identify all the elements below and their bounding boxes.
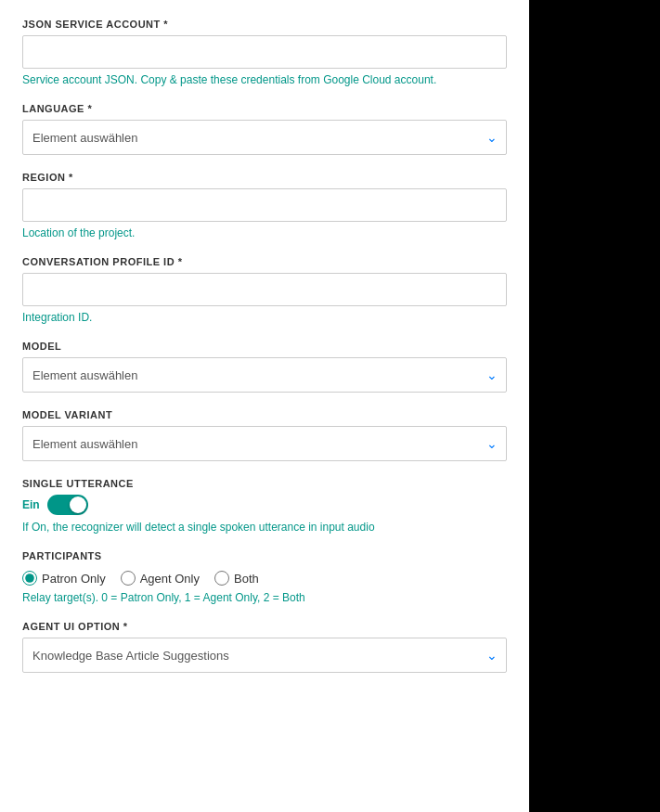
agent-ui-option-select[interactable]: Knowledge Base Article Suggestions: [22, 638, 507, 673]
language-label: LANGUAGE *: [22, 103, 507, 114]
model-variant-group: MODEL VARIANT Element auswählen ⌄: [22, 409, 507, 461]
model-variant-label: MODEL VARIANT: [22, 409, 507, 420]
radio-both[interactable]: [214, 571, 229, 586]
radio-option-patron-only[interactable]: Patron Only: [22, 571, 106, 586]
json-service-account-label: JSON SERVICE ACCOUNT *: [22, 19, 507, 30]
single-utterance-on-label: Ein: [22, 498, 40, 511]
region-label: REGION *: [22, 172, 507, 183]
radio-agent-only[interactable]: [121, 571, 136, 586]
language-select[interactable]: Element auswählen: [22, 120, 507, 155]
conversation-profile-id-label: CONVERSATION PROFILE ID *: [22, 256, 507, 267]
agent-ui-option-group: AGENT UI OPTION * Knowledge Base Article…: [22, 621, 507, 673]
region-input[interactable]: [22, 188, 507, 222]
model-variant-select[interactable]: Element auswählen: [22, 426, 507, 461]
json-service-account-hint: Service account JSON. Copy & paste these…: [22, 73, 507, 86]
single-utterance-toggle-wrapper: Ein: [22, 495, 507, 515]
radio-agent-only-label: Agent Only: [140, 572, 200, 586]
model-group: MODEL Element auswählen ⌄: [22, 341, 507, 393]
json-service-account-group: JSON SERVICE ACCOUNT * Service account J…: [22, 19, 507, 86]
agent-ui-option-select-wrapper: Knowledge Base Article Suggestions ⌄: [22, 638, 507, 673]
radio-patron-only-label: Patron Only: [42, 572, 106, 586]
radio-option-agent-only[interactable]: Agent Only: [121, 571, 200, 586]
participants-radio-group: Patron Only Agent Only Both: [22, 571, 507, 586]
model-select[interactable]: Element auswählen: [22, 357, 507, 393]
radio-option-both[interactable]: Both: [214, 571, 259, 586]
language-group: LANGUAGE * Element auswählen ⌄: [22, 103, 507, 155]
form-container: JSON SERVICE ACCOUNT * Service account J…: [0, 0, 529, 812]
radio-both-label: Both: [234, 572, 259, 586]
region-hint: Location of the project.: [22, 226, 507, 239]
language-select-wrapper: Element auswählen ⌄: [22, 120, 507, 155]
participants-hint: Relay target(s). 0 = Patron Only, 1 = Ag…: [22, 591, 507, 604]
region-group: REGION * Location of the project.: [22, 172, 507, 239]
single-utterance-toggle-thumb: [70, 496, 86, 513]
model-select-wrapper: Element auswählen ⌄: [22, 357, 507, 393]
radio-patron-only[interactable]: [22, 571, 37, 586]
single-utterance-label: SINGLE UTTERANCE: [22, 478, 507, 489]
conversation-profile-id-input[interactable]: [22, 273, 507, 306]
json-service-account-input[interactable]: [22, 35, 507, 69]
agent-ui-option-label: AGENT UI OPTION *: [22, 621, 507, 632]
participants-label: PARTICIPANTS: [22, 550, 507, 561]
conversation-profile-id-hint: Integration ID.: [22, 311, 507, 324]
model-label: MODEL: [22, 341, 507, 352]
single-utterance-toggle[interactable]: [47, 495, 88, 515]
conversation-profile-id-group: CONVERSATION PROFILE ID * Integration ID…: [22, 256, 507, 324]
participants-group: PARTICIPANTS Patron Only Agent Only Both…: [22, 550, 507, 604]
model-variant-select-wrapper: Element auswählen ⌄: [22, 426, 507, 461]
single-utterance-group: SINGLE UTTERANCE Ein If On, the recogniz…: [22, 478, 507, 534]
single-utterance-hint: If On, the recognizer will detect a sing…: [22, 521, 507, 534]
